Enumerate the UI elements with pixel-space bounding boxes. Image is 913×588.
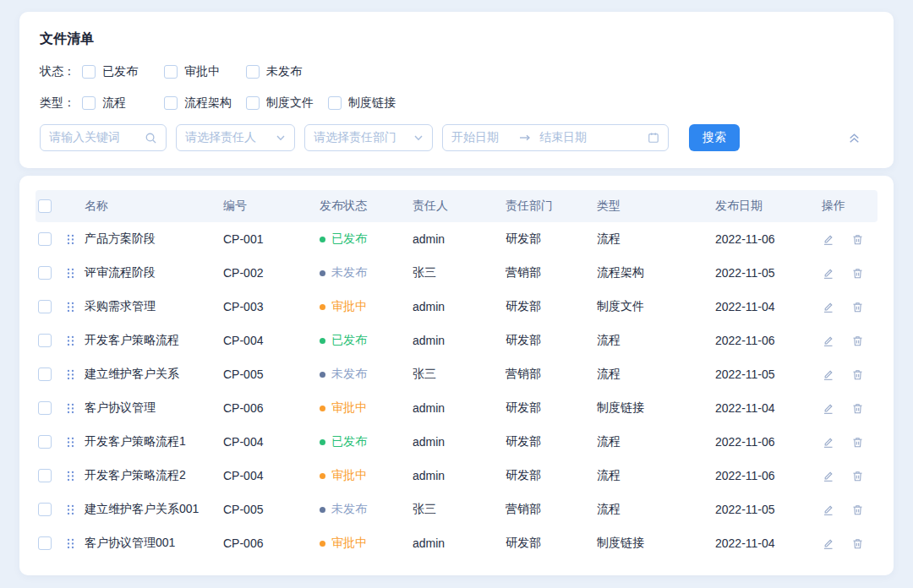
drag-dots-icon[interactable] (66, 504, 85, 516)
status-text: 已发布 (331, 434, 367, 449)
pencil-icon[interactable] (822, 233, 834, 246)
status-dot (320, 270, 325, 276)
trash-icon[interactable] (851, 335, 864, 347)
page-title: 文件清单 (40, 30, 873, 48)
pencil-icon[interactable] (822, 335, 834, 347)
row-code: CP-001 (223, 232, 320, 246)
row-checkbox[interactable] (38, 368, 52, 381)
row-actions (822, 368, 877, 381)
row-checkbox[interactable] (38, 503, 52, 516)
type-checkbox-process[interactable]: 流程 (82, 95, 164, 111)
row-actions (822, 233, 877, 246)
status-checkbox-published[interactable]: 已发布 (82, 64, 164, 79)
drag-dots-icon[interactable] (66, 267, 85, 280)
select-all-checkbox[interactable] (38, 199, 52, 213)
trash-icon[interactable] (851, 470, 864, 482)
table-row: 开发客户策略流程2 CP-004 审批中 admin 研发部 流程 2022-1… (36, 459, 877, 493)
search-icon[interactable] (145, 132, 157, 144)
type-checkbox-link[interactable]: 制度链接 (328, 95, 410, 111)
pencil-icon[interactable] (822, 537, 834, 550)
type-checkbox-document[interactable]: 制度文件 (246, 95, 328, 111)
drag-dots-icon[interactable] (66, 368, 85, 381)
status-dot (320, 541, 325, 547)
checkbox-label: 未发布 (266, 64, 302, 79)
status-badge: 审批中 (320, 468, 413, 483)
calendar-icon[interactable] (648, 132, 659, 144)
search-toolbar: 请输入关键词 请选择责任人 请选择责任部门 (40, 124, 873, 151)
row-code: CP-006 (223, 536, 320, 550)
row-checkbox[interactable] (38, 469, 52, 482)
trash-icon[interactable] (851, 436, 864, 449)
end-date-placeholder: 结束日期 (539, 130, 648, 145)
status-filter-row: 状态： 已发布 审批中 未发布 (40, 64, 873, 79)
row-checkbox[interactable] (38, 232, 52, 246)
row-checkbox[interactable] (38, 401, 52, 415)
row-date: 2022-11-06 (715, 334, 822, 347)
date-range-picker[interactable]: 开始日期 结束日期 (442, 124, 669, 151)
status-badge: 已发布 (320, 231, 413, 247)
column-header-date: 发布日期 (715, 199, 822, 214)
status-checkbox-pending[interactable]: 审批中 (164, 64, 246, 79)
trash-icon[interactable] (851, 504, 864, 516)
drag-dots-icon[interactable] (66, 537, 85, 550)
row-department: 研发部 (506, 231, 597, 247)
row-owner: admin (413, 536, 506, 550)
row-code: CP-005 (223, 503, 320, 516)
drag-dots-icon[interactable] (66, 335, 85, 347)
search-button[interactable]: 搜索 (689, 124, 740, 151)
trash-icon[interactable] (851, 267, 864, 280)
row-actions (822, 470, 877, 482)
trash-icon[interactable] (851, 402, 864, 415)
row-checkbox[interactable] (38, 536, 52, 550)
pencil-icon[interactable] (822, 402, 834, 415)
row-actions (822, 504, 877, 516)
department-select[interactable]: 请选择责任部门 (304, 124, 433, 151)
checkbox-icon[interactable] (246, 65, 260, 79)
status-badge: 未发布 (320, 367, 413, 382)
owner-select[interactable]: 请选择责任人 (176, 124, 295, 151)
drag-dots-icon[interactable] (66, 436, 85, 449)
drag-dots-icon[interactable] (66, 402, 85, 415)
row-owner: admin (413, 334, 506, 347)
status-checkbox-unpublished[interactable]: 未发布 (246, 64, 328, 79)
checkbox-icon[interactable] (328, 96, 342, 110)
drag-dots-icon[interactable] (66, 301, 85, 313)
keyword-placeholder: 请输入关键词 (49, 130, 145, 145)
row-checkbox[interactable] (38, 334, 52, 347)
pencil-icon[interactable] (822, 267, 834, 280)
trash-icon[interactable] (851, 537, 864, 550)
row-checkbox[interactable] (38, 435, 52, 449)
pencil-icon[interactable] (822, 301, 834, 313)
row-type: 制度链接 (597, 400, 715, 416)
row-type: 制度链接 (597, 536, 715, 551)
chevron-down-icon (276, 133, 286, 143)
pencil-icon[interactable] (822, 436, 834, 449)
type-checkbox-architecture[interactable]: 流程架构 (164, 95, 246, 111)
trash-icon[interactable] (851, 368, 864, 381)
checkbox-icon[interactable] (164, 96, 178, 110)
row-owner: admin (413, 232, 506, 246)
double-chevron-up-icon[interactable] (847, 131, 861, 145)
status-text: 未发布 (331, 502, 367, 517)
status-text: 未发布 (331, 265, 367, 280)
trash-icon[interactable] (851, 233, 864, 246)
row-checkbox[interactable] (38, 266, 52, 280)
column-header-status: 发布状态 (320, 199, 413, 214)
row-checkbox[interactable] (38, 300, 52, 313)
checkbox-icon[interactable] (164, 65, 178, 79)
pencil-icon[interactable] (822, 470, 834, 482)
status-dot (320, 304, 325, 310)
checkbox-icon[interactable] (82, 65, 96, 79)
drag-dots-icon[interactable] (66, 470, 85, 482)
status-dot (320, 406, 325, 411)
trash-icon[interactable] (851, 301, 864, 313)
drag-dots-icon[interactable] (66, 233, 85, 246)
row-owner: 张三 (413, 265, 506, 280)
checkbox-icon[interactable] (82, 96, 96, 110)
row-type: 流程 (597, 231, 715, 247)
pencil-icon[interactable] (822, 368, 834, 381)
checkbox-icon[interactable] (246, 96, 260, 110)
keyword-input[interactable]: 请输入关键词 (40, 124, 167, 151)
status-dot (320, 439, 325, 445)
pencil-icon[interactable] (822, 504, 834, 516)
